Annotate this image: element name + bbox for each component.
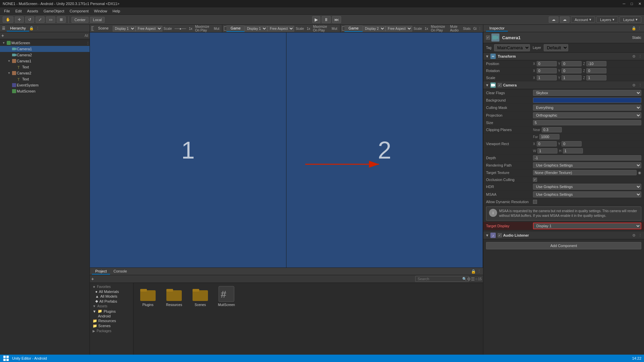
layer-select[interactable]: Default — [544, 44, 568, 51]
sidebar-all-materials[interactable]: ● All Materials — [90, 289, 133, 294]
occlusion-checkbox[interactable] — [533, 178, 537, 182]
collab-btn[interactable]: ☁ — [549, 16, 558, 23]
menu-file[interactable]: File — [1, 8, 13, 14]
asset-scenes[interactable]: Scenes — [189, 286, 212, 307]
audio-active-cb[interactable] — [498, 233, 502, 237]
filter-btn[interactable]: ⚙ — [467, 277, 471, 282]
audio-more-icon[interactable]: ⋮ — [638, 233, 642, 238]
menu-window[interactable]: Window — [91, 8, 110, 14]
move-tool[interactable]: ✛ — [15, 16, 24, 23]
transform-tool[interactable]: ⊞ — [57, 16, 66, 23]
camera-active-cb[interactable] — [498, 83, 502, 87]
camera-settings-icon[interactable]: ⚙ — [632, 83, 636, 87]
active-toggle[interactable] — [486, 36, 490, 40]
scene-aspect-select[interactable]: Free Aspect — [136, 26, 162, 32]
tree-item-mutiscreen[interactable]: ▼ MutiScreen ⋮ — [0, 40, 90, 46]
tree-item-canvas1[interactable]: ▼ Canvas1 — [0, 58, 90, 64]
project-tab[interactable]: Project — [92, 268, 110, 275]
layers-btn[interactable]: Layers ▾ — [596, 16, 618, 23]
menu-assets[interactable]: Assets — [24, 8, 41, 14]
tree-item-camera2[interactable]: Camera2 — [0, 52, 90, 58]
rot-z[interactable] — [586, 68, 606, 73]
game-tab-1[interactable]: Game — [226, 25, 245, 32]
hierarchy-more-icon[interactable]: ⋮ — [36, 26, 40, 31]
close-btn[interactable]: ✕ — [638, 2, 641, 6]
target-texture-pick-icon[interactable]: ◉ — [638, 171, 641, 175]
asset-resources[interactable]: Resources — [162, 286, 186, 307]
view-btn[interactable]: ☰ — [471, 277, 475, 282]
layout-btn[interactable]: Layout ▾ — [620, 16, 641, 23]
audio-listener-header[interactable]: ▼ ♪ Audio Listener ⚙ ⋮ — [483, 232, 644, 239]
vp-h[interactable] — [563, 148, 583, 154]
step-btn[interactable]: ⏭ — [332, 16, 341, 23]
near-input[interactable] — [542, 127, 562, 132]
scene-display-select[interactable]: Display 1 — [113, 26, 136, 32]
menu-component[interactable]: Component — [67, 8, 91, 14]
pos-z[interactable] — [586, 61, 606, 66]
tree-item-muitscreen[interactable]: MuitScreen — [0, 88, 90, 94]
hand-tool[interactable]: ✋ — [3, 16, 13, 23]
inspector-more-icon[interactable]: ⋮ — [638, 26, 641, 31]
hierarchy-add-btn[interactable]: + — [1, 33, 4, 38]
pos-x[interactable] — [537, 61, 557, 66]
sidebar-resources[interactable]: 📁 Resources — [90, 318, 133, 323]
account-btn[interactable]: Account ▾ — [571, 16, 595, 23]
play-btn[interactable]: ▶ — [312, 16, 320, 23]
camera-more-icon[interactable]: ⋮ — [638, 83, 642, 87]
rot-x[interactable] — [537, 68, 557, 73]
pause-btn[interactable]: ⏸ — [322, 16, 331, 23]
tree-item-camera1[interactable]: Camera1 — [0, 46, 90, 52]
game-tab-2[interactable]: Game — [344, 25, 363, 32]
scene-tab[interactable]: Scene — [94, 25, 112, 32]
culling-mask-select[interactable]: Everything — [533, 105, 641, 111]
transform-more-icon[interactable]: ⋮ — [638, 54, 642, 59]
pos-y[interactable] — [561, 61, 582, 66]
background-color-swatch[interactable] — [533, 98, 641, 103]
allow-dynamic-checkbox[interactable] — [533, 200, 537, 204]
target-texture-display[interactable]: None (Render Texture) — [533, 170, 637, 175]
vp-w[interactable] — [537, 148, 557, 154]
hdr-select[interactable]: Use Graphics Settings — [533, 184, 641, 190]
scale-x[interactable] — [537, 75, 557, 80]
scale-z[interactable] — [586, 75, 606, 80]
sidebar-android[interactable]: Android — [90, 314, 133, 318]
rotate-tool[interactable]: ↺ — [25, 16, 34, 23]
vp-y[interactable] — [561, 141, 582, 146]
msaa-select[interactable]: Use Graphics Settings — [533, 191, 641, 197]
game1-aspect-select[interactable]: Free Aspect — [267, 26, 294, 32]
more-icon[interactable]: ⋮ — [477, 269, 481, 274]
sidebar-all-models[interactable]: ▲ All Models — [90, 294, 133, 299]
console-tab[interactable]: Console — [110, 268, 130, 275]
rendering-path-select[interactable]: Use Graphics Settings — [533, 162, 641, 168]
hierarchy-tab[interactable]: Hierarchy — [7, 25, 29, 32]
scale-tool[interactable]: ⤢ — [36, 16, 45, 23]
scale-y[interactable] — [561, 75, 582, 80]
tree-item-canvas2[interactable]: ▼ Canvas2 — [0, 70, 90, 76]
asset-muitscreen[interactable]: # MuitScreen — [215, 286, 238, 307]
pivot-btn[interactable]: Center — [71, 17, 89, 23]
sidebar-scenes[interactable]: 📁 Scenes — [90, 323, 133, 328]
depth-input[interactable] — [533, 155, 641, 161]
target-display-select[interactable]: Display 1 — [533, 223, 641, 229]
sidebar-plugins[interactable]: ▼ 📁 Plugins — [90, 309, 133, 314]
vp-x[interactable] — [537, 141, 557, 146]
rot-y[interactable] — [561, 68, 582, 73]
far-input[interactable] — [539, 134, 559, 139]
asset-plugins[interactable]: Plugins — [136, 286, 160, 307]
tab-more[interactable]: ⋮ — [478, 26, 482, 31]
menu-gameobject[interactable]: GameObject — [41, 8, 67, 14]
audio-settings-icon[interactable]: ⚙ — [632, 233, 636, 238]
sidebar-all-prefabs[interactable]: ◆ All Prefabs — [90, 299, 133, 304]
game2-aspect-select[interactable]: Free Aspect — [385, 26, 412, 32]
size-input[interactable] — [533, 120, 641, 125]
add-component-btn[interactable]: Add Component — [486, 242, 641, 249]
space-btn[interactable]: Local — [90, 17, 105, 23]
project-search-input[interactable] — [415, 276, 469, 282]
cloud-btn[interactable]: ☁ — [560, 16, 570, 23]
projection-select[interactable]: Orthographic — [533, 112, 641, 118]
menu-help[interactable]: Help — [110, 8, 123, 14]
scale-slider[interactable]: ──●── — [173, 27, 187, 31]
rect-tool[interactable]: ▭ — [46, 16, 55, 23]
minimize-btn[interactable]: ─ — [623, 2, 626, 6]
mutiscreen-options[interactable]: ⋮ — [86, 41, 90, 45]
